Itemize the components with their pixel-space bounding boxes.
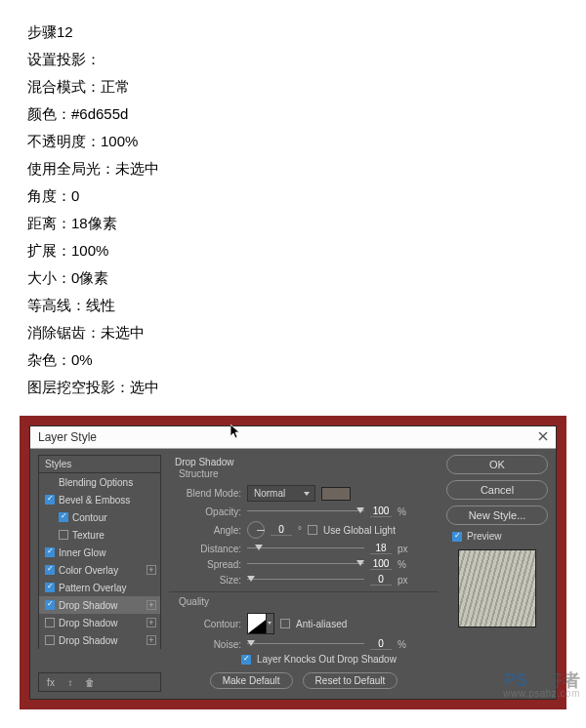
dialog-titlebar[interactable]: Layer Style xyxy=(30,426,556,449)
trash-icon[interactable]: 🗑 xyxy=(84,676,96,688)
arrange-icon[interactable]: ↕ xyxy=(64,676,76,688)
antialias-checkbox[interactable] xyxy=(280,619,290,628)
style-checkbox[interactable] xyxy=(45,547,55,557)
blend-mode-label: Blend Mode: xyxy=(175,488,241,499)
style-checkbox[interactable] xyxy=(59,530,68,540)
setting-line: 杂色：0% xyxy=(27,351,559,370)
knockout-label: Layer Knocks Out Drop Shadow xyxy=(257,654,397,665)
style-item-drop-shadow[interactable]: Drop Shadow+ xyxy=(38,631,161,649)
reset-default-button[interactable]: Reset to Default xyxy=(303,672,398,689)
style-checkbox[interactable] xyxy=(45,565,55,575)
style-label: Pattern Overlay xyxy=(59,583,156,593)
global-light-checkbox[interactable] xyxy=(308,525,317,535)
add-effect-icon[interactable]: + xyxy=(146,565,156,575)
contour-label: Contour: xyxy=(175,619,241,629)
preview-checkbox[interactable] xyxy=(452,532,462,542)
spread-row: Spread: 100 % xyxy=(169,558,439,570)
opacity-slider[interactable] xyxy=(247,506,364,517)
distance-slider[interactable] xyxy=(247,543,364,554)
knockout-row: Layer Knocks Out Drop Shadow xyxy=(169,654,439,665)
size-slider[interactable] xyxy=(247,574,364,586)
noise-label: Noise: xyxy=(175,639,241,650)
structure-subtitle: Structure xyxy=(179,468,439,479)
style-label: Texture xyxy=(72,530,156,541)
color-swatch[interactable] xyxy=(321,487,351,501)
contour-row: Contour: Anti-aliased xyxy=(169,613,439,634)
intro-line: 设置投影： xyxy=(27,51,559,69)
style-label: Contour xyxy=(72,512,156,523)
dialog-buttons-panel: OK Cancel New Style... Preview xyxy=(446,455,548,693)
style-label: Blending Options xyxy=(59,477,156,488)
setting-line: 大小：0像素 xyxy=(27,269,559,288)
new-style-button[interactable]: New Style... xyxy=(446,506,548,525)
style-item-texture[interactable]: Texture xyxy=(38,526,161,544)
angle-unit: ° xyxy=(298,525,302,536)
noise-unit: % xyxy=(398,639,406,650)
blend-mode-row: Blend Mode: Normal xyxy=(169,485,439,502)
cursor-icon xyxy=(230,425,242,440)
style-item-drop-shadow[interactable]: Drop Shadow+ xyxy=(38,614,161,631)
opacity-label: Opacity: xyxy=(175,506,241,517)
style-item-blending-options[interactable]: Blending Options xyxy=(38,473,161,491)
style-checkbox[interactable] xyxy=(45,495,55,505)
add-effect-icon[interactable]: + xyxy=(146,618,156,627)
style-checkbox[interactable] xyxy=(59,512,68,522)
style-label: Drop Shadow xyxy=(59,618,143,628)
setting-line: 图层挖空投影：选中 xyxy=(27,379,559,397)
setting-line: 扩展：100% xyxy=(27,242,559,261)
style-item-bevel-emboss[interactable]: Bevel & Emboss xyxy=(38,491,161,508)
style-checkbox[interactable] xyxy=(45,618,55,627)
setting-line: 混合模式：正常 xyxy=(27,78,559,97)
spread-label: Spread: xyxy=(175,559,241,570)
style-checkbox[interactable] xyxy=(45,583,55,592)
style-label: Inner Glow xyxy=(59,547,156,558)
distance-value[interactable]: 18 xyxy=(370,543,392,554)
close-icon[interactable] xyxy=(536,429,550,443)
setting-line: 等高线：线性 xyxy=(27,297,559,315)
angle-row: Angle: 0 ° Use Global Light xyxy=(169,521,439,539)
size-value[interactable]: 0 xyxy=(370,574,392,586)
fx-icon[interactable]: fx xyxy=(45,676,57,688)
size-unit: px xyxy=(398,575,408,586)
quality-subtitle: Quality xyxy=(179,596,439,607)
setting-line: 颜色：#6d655d xyxy=(27,105,559,124)
setting-line: 角度：0 xyxy=(27,187,559,206)
spread-value[interactable]: 100 xyxy=(370,558,392,570)
cancel-button[interactable]: Cancel xyxy=(446,480,548,500)
style-item-contour[interactable]: Contour xyxy=(38,508,161,526)
watermark: PS爱好者 www.psahz.com xyxy=(503,673,580,701)
blend-mode-dropdown[interactable]: Normal xyxy=(247,485,315,502)
size-label: Size: xyxy=(175,575,241,586)
style-item-pattern-overlay[interactable]: Pattern Overlay xyxy=(38,579,161,596)
contour-picker[interactable] xyxy=(247,613,274,634)
style-checkbox[interactable] xyxy=(45,635,55,645)
style-item-drop-shadow[interactable]: Drop Shadow+ xyxy=(38,596,161,614)
section-title: Drop Shadow xyxy=(175,457,439,467)
spread-slider[interactable] xyxy=(247,558,364,570)
add-effect-icon[interactable]: + xyxy=(146,600,156,610)
step-title: 步骤12 xyxy=(27,23,559,42)
add-effect-icon[interactable]: + xyxy=(146,635,156,645)
noise-value[interactable]: 0 xyxy=(370,638,392,650)
angle-dial[interactable] xyxy=(247,521,265,539)
layer-style-dialog: Layer Style Styles Blending OptionsBevel… xyxy=(29,425,557,700)
style-item-inner-glow[interactable]: Inner Glow xyxy=(38,544,161,561)
screenshot-frame: Layer Style Styles Blending OptionsBevel… xyxy=(20,416,566,709)
ok-button[interactable]: OK xyxy=(446,455,548,474)
angle-value[interactable]: 0 xyxy=(271,524,292,536)
spread-unit: % xyxy=(398,559,406,570)
style-label: Bevel & Emboss xyxy=(59,495,156,506)
style-item-color-overlay[interactable]: Color Overlay+ xyxy=(38,561,161,579)
opacity-value[interactable]: 100 xyxy=(370,506,392,517)
style-label: Drop Shadow xyxy=(59,635,143,646)
style-label: Drop Shadow xyxy=(59,600,143,611)
styles-header[interactable]: Styles xyxy=(38,455,161,473)
dialog-title: Layer Style xyxy=(38,430,97,444)
noise-slider[interactable] xyxy=(247,638,364,650)
style-checkbox[interactable] xyxy=(45,600,55,610)
setting-line: 距离：18像素 xyxy=(27,215,559,233)
make-default-button[interactable]: Make Default xyxy=(210,672,293,689)
global-light-label: Use Global Light xyxy=(323,525,396,536)
knockout-checkbox[interactable] xyxy=(241,655,251,665)
setting-line: 使用全局光：未选中 xyxy=(27,160,559,179)
